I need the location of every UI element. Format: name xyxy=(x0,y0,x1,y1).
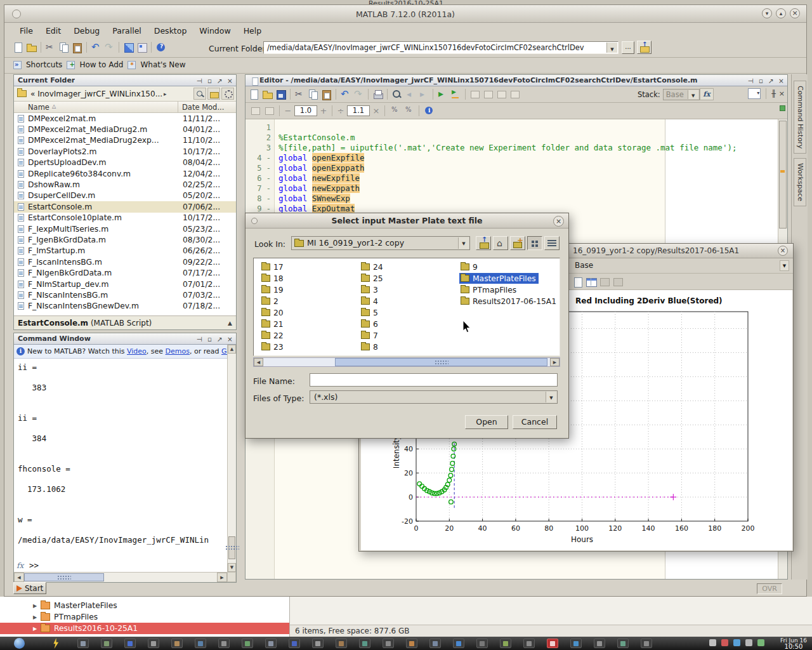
taskbar-app-icon[interactable] xyxy=(218,639,230,648)
decrement-button[interactable]: − xyxy=(284,106,292,116)
open-button[interactable]: Open xyxy=(465,415,508,429)
console-text[interactable]: ii = 383 ii = 384 fhconsole = 173.1062 w… xyxy=(18,362,209,545)
back-icon[interactable] xyxy=(404,88,416,100)
scrollbar-thumb[interactable] xyxy=(335,358,547,366)
look-in-combo[interactable]: MI 16_0919_yor1-2 copy xyxy=(291,236,470,250)
shortcuts-label[interactable]: Shortcuts xyxy=(26,60,62,69)
expander-icon[interactable]: ▶ xyxy=(33,603,41,609)
file-row[interactable]: F_NIscanIntensBG.m07/03/2... xyxy=(14,289,236,300)
command-window-vscrollbar[interactable] xyxy=(227,345,236,572)
taskbar-app-icon[interactable] xyxy=(242,639,253,648)
taskbar-app-icon[interactable] xyxy=(570,639,582,648)
up-one-level-icon[interactable] xyxy=(476,236,491,250)
info-icon[interactable] xyxy=(423,105,435,117)
close-icon[interactable] xyxy=(226,335,233,343)
dock-tab-workspace[interactable]: Workspace xyxy=(794,158,806,206)
menu-debug[interactable]: Debug xyxy=(67,24,106,38)
dock-icon[interactable] xyxy=(196,335,203,343)
taskbar-app-icon[interactable] xyxy=(453,639,464,648)
tray-icon[interactable] xyxy=(745,639,752,646)
help-icon[interactable] xyxy=(155,41,167,53)
divide-button[interactable]: ÷ xyxy=(336,106,345,116)
file-row[interactable]: EstartConsole.m07/06/2... xyxy=(14,201,236,212)
file-row[interactable]: F_NImStartup_dev.m07/01/2... xyxy=(14,279,236,289)
folder-item[interactable]: 17 xyxy=(260,262,286,272)
find-icon[interactable] xyxy=(391,88,403,100)
save-icon[interactable] xyxy=(275,88,287,100)
expander-icon[interactable]: ▶ xyxy=(33,614,41,620)
collapse-details-icon[interactable]: ▲ xyxy=(228,320,232,326)
taskbar-app-icon[interactable] xyxy=(289,639,300,648)
taskbar-app-icon[interactable] xyxy=(594,639,605,648)
paste-icon[interactable] xyxy=(320,88,332,100)
folder-item[interactable]: 19 xyxy=(260,284,286,295)
taskbar-clock[interactable]: Fri Jun 16 10:50 xyxy=(780,637,807,650)
up-one-level-button[interactable] xyxy=(637,41,652,54)
gear-icon[interactable] xyxy=(221,88,234,100)
scrollbar-thumb[interactable] xyxy=(24,573,104,581)
scroll-left-icon[interactable] xyxy=(254,358,263,366)
close-button[interactable] xyxy=(790,8,800,18)
cell-mode-icon[interactable] xyxy=(263,105,275,117)
table-icon[interactable] xyxy=(585,275,597,288)
tool-a-icon[interactable] xyxy=(598,275,610,288)
file-row[interactable]: F_ImStartup.m06/26/2... xyxy=(14,246,236,256)
file-row[interactable]: F_IgenBkGrdData.m08/30/2... xyxy=(14,234,236,245)
folder-item[interactable]: 8 xyxy=(360,342,381,352)
undock-icon[interactable] xyxy=(216,335,223,343)
list-view-icon[interactable] xyxy=(544,236,560,250)
folder-item[interactable]: 24 xyxy=(360,262,386,272)
folder-item[interactable]: 20 xyxy=(260,307,286,318)
taskbar-app-icon[interactable] xyxy=(641,639,652,648)
taskbar-app-icon[interactable] xyxy=(383,639,394,648)
folder-item[interactable]: 21 xyxy=(260,319,286,329)
cancel-button[interactable]: Cancel xyxy=(513,415,557,429)
folder-item[interactable]: Results2017-06-15A1 xyxy=(459,296,559,307)
file-row[interactable]: DReplicate96to384conv.m12/04/2... xyxy=(14,168,236,179)
file-row[interactable]: DoverlayPlots2.m10/17/2... xyxy=(14,146,236,157)
cell-value-2[interactable]: 1.1 xyxy=(347,105,370,116)
command-window-hscrollbar[interactable] xyxy=(14,572,227,582)
scroll-down-icon[interactable] xyxy=(228,563,236,572)
guide-icon[interactable] xyxy=(136,41,148,53)
minimize-icon[interactable] xyxy=(206,76,213,85)
print-icon[interactable] xyxy=(372,88,384,100)
folder-item[interactable]: 2 xyxy=(260,296,281,307)
fx-icon[interactable]: fx xyxy=(16,561,23,570)
minimize-icon[interactable] xyxy=(757,76,764,85)
folder-item[interactable]: 22 xyxy=(260,330,286,341)
name-column-header[interactable]: Name xyxy=(28,103,49,112)
close-editor-icon[interactable]: × xyxy=(779,90,785,98)
folder-item[interactable]: 4 xyxy=(360,296,381,307)
close-icon[interactable] xyxy=(778,76,785,85)
file-row[interactable]: DpertsUploadDev.m08/04/2... xyxy=(14,157,236,168)
tray-icon[interactable] xyxy=(757,639,764,646)
file-row[interactable]: F_IscanIntensBG.m09/22/2... xyxy=(14,256,236,267)
taskbar-app-icon[interactable] xyxy=(195,639,206,648)
tray-icon[interactable] xyxy=(733,639,740,646)
file-row[interactable]: DsuperCellDev.m05/20/2... xyxy=(14,190,236,201)
cell-tool-icon[interactable] xyxy=(509,88,521,100)
file-row[interactable]: DMPexcel2mat_MediaDrug2.m04/01/2... xyxy=(14,124,236,135)
taskbar-app-icon[interactable] xyxy=(547,639,558,648)
redo-icon[interactable] xyxy=(353,88,365,100)
menu-file[interactable]: File xyxy=(13,24,39,38)
file-name-input[interactable] xyxy=(310,373,558,387)
document-icon[interactable] xyxy=(572,275,584,288)
breadcrumb-text[interactable]: « InovImager_jwrCF_WINLinx150... xyxy=(30,90,162,98)
mlint-warning-marker[interactable] xyxy=(780,170,785,173)
taskbar-app-icon[interactable] xyxy=(124,639,136,648)
menu-edit[interactable]: Edit xyxy=(39,24,67,38)
column-headers[interactable]: Name △ Date Mod... xyxy=(14,102,236,113)
chevron-down-icon[interactable] xyxy=(546,392,556,402)
desktop-icon[interactable] xyxy=(493,236,508,250)
taskbar-app-icon[interactable] xyxy=(500,639,511,648)
undock-icon[interactable] xyxy=(768,76,775,85)
command-window-header[interactable]: Command Window xyxy=(14,333,236,345)
close-icon[interactable] xyxy=(226,76,233,85)
menu-help[interactable]: Help xyxy=(237,24,268,38)
copy-icon[interactable] xyxy=(307,88,319,100)
how-to-add-link[interactable]: How to Add xyxy=(79,60,123,69)
copy-icon[interactable] xyxy=(58,41,70,53)
mlint-status-icon[interactable] xyxy=(780,105,785,111)
